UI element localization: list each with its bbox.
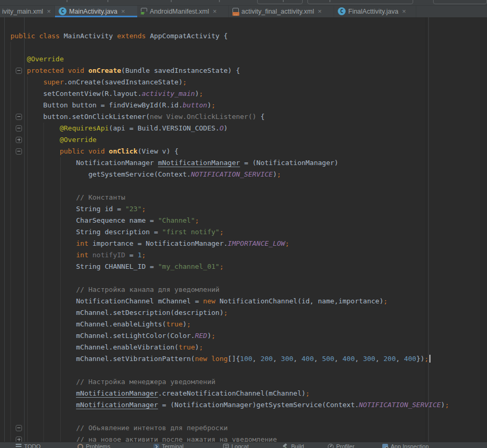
code-token: ; <box>199 90 203 97</box>
tab-mainactivity-java[interactable]: CMainActivity.java× <box>55 5 137 17</box>
toolwindow-build[interactable]: Build <box>283 443 304 448</box>
code-line: // Обьявление интентов для переброски <box>10 422 228 434</box>
toolwindow-todo[interactable]: TODO <box>16 443 41 448</box>
manifest-file-icon: MF <box>141 8 147 15</box>
todo-icon <box>16 444 21 448</box>
run-widget-segment[interactable] <box>257 0 303 4</box>
code-token: NOTIFICATION_SERVICE <box>359 401 441 409</box>
code-token: public class <box>10 32 64 40</box>
code-token: public void <box>60 147 109 155</box>
code-line: setContentView(R.layout.activity_main); <box>10 88 203 100</box>
toolwindow-terminal[interactable]: Terminal <box>153 443 184 448</box>
toolwindow-profiler[interactable]: Profiler <box>328 443 355 448</box>
code-line: mNotificationManager = (NotificationMana… <box>10 399 449 411</box>
code-token: onCreate <box>88 67 121 74</box>
run-widget-segment[interactable] <box>433 0 487 4</box>
code-token: mChannel.setLightColor(Color. <box>10 332 195 340</box>
tab-ivity-main-xml[interactable]: ivity_main.xml× <box>0 5 55 17</box>
toolwindow-logcat[interactable]: Logcat <box>223 443 249 448</box>
tab-androidmanifest-xml[interactable]: MFAndroidManifest.xml× <box>137 5 229 17</box>
code-token: // Настройка канала для уведомлений <box>76 286 219 293</box>
code-token: MainActivity <box>64 32 117 40</box>
toolwindow-label: TODO <box>24 443 41 448</box>
code-token: ; <box>425 355 429 363</box>
close-icon[interactable]: × <box>213 8 217 15</box>
fold-marker-icon[interactable] <box>16 114 22 120</box>
fold-marker-icon[interactable] <box>16 148 22 155</box>
close-icon[interactable]: × <box>402 8 406 15</box>
code-token: ) <box>207 101 212 109</box>
code-token: mChannel.enableLights( <box>10 320 166 328</box>
code-token: button <box>183 101 207 109</box>
close-icon[interactable]: × <box>318 8 322 15</box>
toolwindow-problems[interactable]: Problems <box>78 443 110 448</box>
tab-label: MainActivity.java <box>69 8 117 15</box>
code-token: ; <box>445 401 449 409</box>
tab-activity-final-acttivity-xml[interactable]: ..activity_final_acttivity.xml× <box>229 5 334 17</box>
code-token: "my_channel_01" <box>158 263 219 270</box>
code-line: @Override <box>10 53 64 65</box>
code-token: (View v) { <box>138 147 179 155</box>
fold-marker-icon[interactable] <box>16 137 22 143</box>
close-icon[interactable]: × <box>47 8 51 15</box>
code-token: , <box>314 355 322 363</box>
code-line: int notifyID = 1; <box>10 249 146 261</box>
xml-badge: .. <box>233 12 239 16</box>
code-token: NOTIFICATION_SERVICE <box>191 170 273 178</box>
code-editor[interactable]: public class MainActivity extends AppCom… <box>0 17 487 442</box>
main-toolbar-strip <box>0 0 487 6</box>
code-line: button.setOnClickListener(new View.OnCli… <box>10 111 264 123</box>
text-caret <box>429 355 430 363</box>
code-token: ) <box>207 332 212 340</box>
tab-label: activity_final_acttivity.xml <box>241 8 314 15</box>
run-widget-segment[interactable] <box>307 0 413 4</box>
code-line: mChannel.enableVibration(true); <box>10 342 203 353</box>
code-token: onClick <box>109 147 138 155</box>
code-token: mChannel.setDescription(description) <box>10 309 224 316</box>
close-icon[interactable]: × <box>121 8 125 15</box>
fold-marker-icon[interactable] <box>16 68 22 74</box>
tab-bar[interactable]: ivity_main.xml×CMainActivity.java×MFAndr… <box>0 5 487 17</box>
code-token: int <box>76 251 88 259</box>
code-token: getSystemService(Context. <box>10 170 191 178</box>
code-line: getSystemService(Context.NOTIFICATION_SE… <box>10 169 281 180</box>
code-token: activity_main <box>141 90 195 97</box>
code-token: true <box>166 320 182 328</box>
code-line: // на новое активити после нажатия на ув… <box>10 434 277 442</box>
fold-marker-icon[interactable] <box>16 436 22 442</box>
code-token: NotificationChannel(id, name,importance) <box>215 297 383 305</box>
code-token: NotificationManager <box>10 159 158 167</box>
code-line: public class MainActivity extends AppCom… <box>10 30 228 42</box>
code-token: .createNotificationChannel(mChannel) <box>158 389 306 397</box>
code-line: mChannel.setVibrationPattern(new long[]{… <box>10 353 430 365</box>
tool-window-bar[interactable]: TODOProblemsTerminalLogcatBuildProfilerA… <box>0 442 487 448</box>
code-token: = (NotificationManager) <box>240 159 338 167</box>
code-token: ; <box>183 78 187 86</box>
code-token: // Обьявление интентов для переброски <box>76 424 228 432</box>
app-inspection-icon <box>382 444 388 448</box>
code-token: ; <box>219 228 224 236</box>
toolwindow-app-inspection[interactable]: App Inspection <box>382 443 429 448</box>
code-token: 200 <box>260 355 272 363</box>
code-token: protected void <box>27 67 88 74</box>
code-token: AppCompatActivity { <box>150 32 228 40</box>
code-token: ; <box>195 216 199 224</box>
code-token: = (NotificationManager)getSystemService(… <box>158 401 359 409</box>
code-token: ; <box>212 101 216 109</box>
code-line: mChannel.setLightColor(Color.RED); <box>10 330 215 342</box>
toolwindow-label: Build <box>291 443 304 448</box>
fold-marker-icon[interactable] <box>16 125 22 132</box>
code-token: // на новое активити после нажатия на ув… <box>76 435 277 442</box>
tab-finalacttivity-java[interactable]: CFinalActtivity.java× <box>334 5 416 17</box>
fold-marker-icon[interactable] <box>16 425 22 431</box>
code-line: mChannel.setDescription(description); <box>10 307 228 319</box>
code-line: // Настройка канала для уведомлений <box>10 284 219 296</box>
code-token: int <box>76 239 88 247</box>
code-token: 300 <box>281 355 293 363</box>
code-token <box>10 378 76 386</box>
code-token: new View.OnClickListener() <box>150 113 257 121</box>
code-line: CharSequence name = "Channel"; <box>10 215 199 226</box>
code-token: String CHANNEL_ID = <box>10 263 158 270</box>
code-line: protected void onCreate(Bundle savedInst… <box>10 65 240 77</box>
code-token: = <box>125 251 137 259</box>
